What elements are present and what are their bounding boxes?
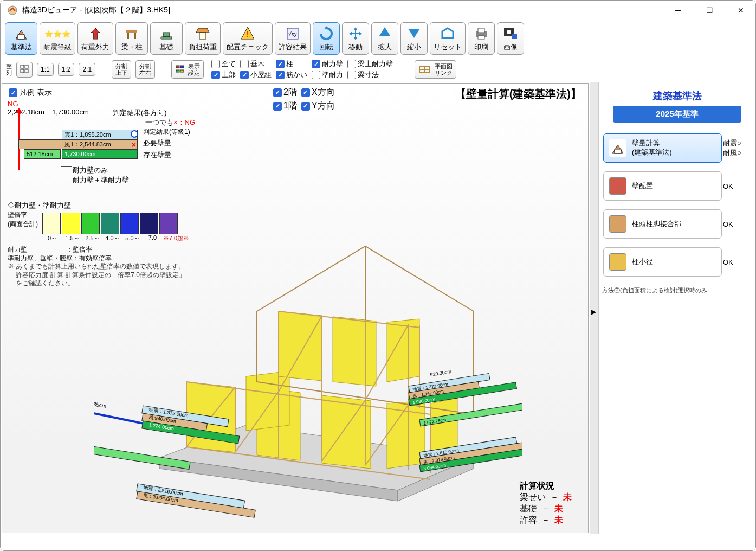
side-item-kabe-keisan[interactable]: 壁量計算 (建築基準法) [603,133,722,163]
svg-marker-39 [279,311,322,381]
column-icon [609,253,626,271]
house-icon [609,139,626,157]
svg-rect-23 [176,66,179,68]
ratio-21-button[interactable]: 2:1 [79,63,95,76]
tool-taishin[interactable]: ⭐⭐⭐耐震等級 [40,22,75,55]
svg-rect-22 [25,69,28,73]
side-year-badge: 2025年基準 [613,106,741,123]
rotate-icon [318,25,335,42]
tool-move[interactable]: 移動 [342,22,369,55]
svg-marker-11 [379,27,390,36]
tool-haichi-check[interactable]: !配置チェック [223,22,273,55]
svg-rect-3 [127,33,129,39]
close-button[interactable]: ✕ [733,2,749,18]
tool-zoom-out[interactable]: 縮小 [400,22,428,55]
svg-marker-41 [387,319,419,382]
side-item-hashira-shokei[interactable]: 柱小径 [603,247,722,277]
ratio-12-button[interactable]: 1:2 [58,63,75,76]
minimize-button[interactable]: ─ [670,2,686,18]
svg-marker-40 [333,317,376,386]
svg-rect-24 [176,70,179,72]
svg-rect-14 [478,28,484,33]
main-toolbar: 基準法 ⭐⭐⭐耐震等級 荷重外力 梁・柱 基礎 負担荷重 !配置チェック √xy… [1,20,755,57]
svg-text:!: ! [247,30,249,39]
3d-model: 2,898.35cm 地震：1,372.00cm 風:940.00cm 1,27… [94,187,522,523]
svg-rect-1 [18,35,24,39]
tool-kijunhou[interactable]: 基準法 [5,22,37,55]
chk-harisunpo[interactable] [347,71,356,79]
svg-text:2,898.35cm: 2,898.35cm [94,399,107,409]
legend-show-toggle[interactable]: 凡例 表示 [9,88,52,98]
tool-kiso[interactable]: 基礎 [150,22,183,55]
svg-marker-12 [409,29,419,38]
3d-viewport[interactable]: 凡例 表示 2階 1階 X方向 Y方向 【壁量計算(建築基準法)】 NG 2,2… [2,83,589,533]
align-label: 整 列 [6,63,12,76]
svg-rect-25 [180,66,184,68]
ratio-11-button[interactable]: 1:1 [37,63,54,76]
side-collapse-strip[interactable]: ▶ [590,82,598,534]
tool-image[interactable]: 画像 [497,22,524,55]
wall-layout-icon [609,177,626,195]
floor-dir-filters: 2階 1階 X方向 Y方向 [273,87,335,112]
plan-link-button[interactable]: 平面図 リンク [415,60,456,79]
side-panel: 建築基準法 2025年基準 壁量計算 (建築基準法) 耐震○耐風○ 壁配置 OK… [598,82,755,534]
chk-sujikai[interactable] [276,71,285,79]
sw-0 [42,213,61,234]
sw-1 [62,213,80,234]
svg-text:920.00cm: 920.00cm [430,369,452,377]
window-title: 構造3Dビューア - [伏図次郎【２階】3.HK5] [22,5,670,15]
svg-rect-97 [615,149,621,153]
tool-zoom-in[interactable]: 拡大 [371,22,398,55]
svg-point-17 [507,30,511,34]
svg-marker-35 [322,395,371,469]
side-title: 建築基準法 [602,89,752,102]
chk-2f[interactable] [273,88,282,97]
titlebar: 構造3Dビューア - [伏図次郎【２階】3.HK5] ─ ☐ ✕ [1,1,755,20]
tool-print[interactable]: 印刷 [468,22,495,55]
print-icon [473,25,490,42]
bar-kaze: 風1：2,544.83cm× [18,139,138,149]
svg-rect-4 [134,33,136,39]
svg-rect-2 [126,30,137,33]
layout-grid-button[interactable] [16,62,33,78]
side-note: 方法②(負担面積による検討)選択時のみ [602,286,752,294]
svg-rect-5 [199,33,206,39]
reset-icon [439,25,456,42]
side-item-kabe-haichi[interactable]: 壁配置 [603,171,722,201]
chk-koyagumi[interactable] [240,71,249,79]
tool-rotate[interactable]: 回転 [313,22,340,55]
tool-hari-hashira[interactable]: 梁・柱 [115,22,148,55]
display-settings-button[interactable]: 表示 設定 [171,60,204,79]
tool-kajuu[interactable]: 荷重外力 [77,22,113,55]
side-item-setsugoubu[interactable]: 柱頭柱脚接合部 [603,209,722,239]
chk-upper[interactable] [211,71,220,79]
collapse-arrow-icon: ▶ [591,308,596,316]
app-icon [7,5,18,16]
chk-taruki[interactable] [240,60,249,68]
split-lr-button[interactable]: 分割 左右 [135,60,155,79]
maximize-button[interactable]: ☐ [701,2,718,18]
chk-hashira[interactable] [276,60,285,68]
svg-point-0 [8,6,17,15]
chk-all[interactable] [211,60,220,68]
bar-ex1: 512.18cm [24,149,61,159]
chk-haribari[interactable] [347,60,356,68]
tool-futankajuu[interactable]: 負担荷重 [185,22,221,55]
zoom-in-icon [376,25,393,42]
chk-tairyoku[interactable] [312,60,320,68]
tool-kyoyou-kekka[interactable]: √xy許容結果 [275,22,311,55]
zoom-out-icon [405,25,423,42]
split-ud-button[interactable]: 分割 上下 [112,60,131,79]
move-icon [347,25,364,42]
svg-rect-19 [21,65,24,68]
svg-rect-26 [180,70,184,72]
svg-rect-21 [21,69,24,73]
svg-rect-18 [512,34,517,39]
svg-rect-80 [94,517,190,523]
chk-1f[interactable] [273,102,282,111]
tool-reset[interactable]: リセット [430,22,466,55]
chk-xdir[interactable] [301,88,310,97]
chk-juntairyoku[interactable] [312,71,320,79]
chk-ydir[interactable] [301,102,310,111]
legend-box: NG 2,242.18cm 1,730.00cm 判定結果(各方向) 一つでも×… [8,100,195,193]
